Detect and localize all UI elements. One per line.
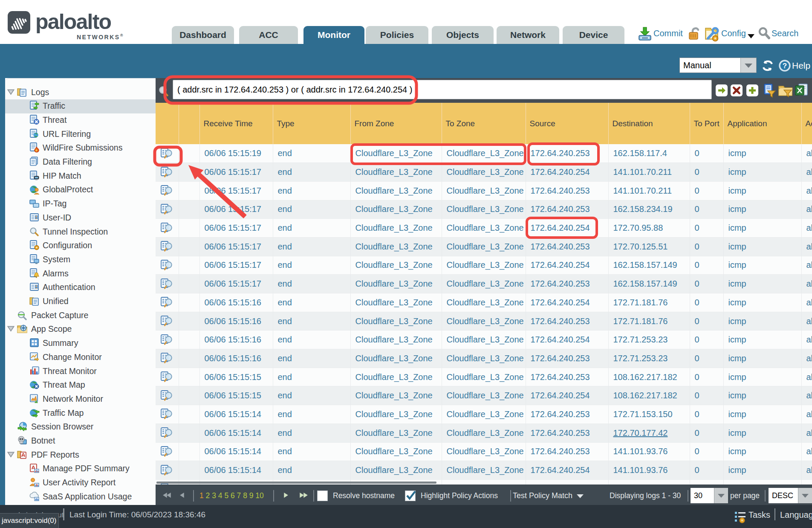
svg-text:?: ? (783, 62, 787, 70)
